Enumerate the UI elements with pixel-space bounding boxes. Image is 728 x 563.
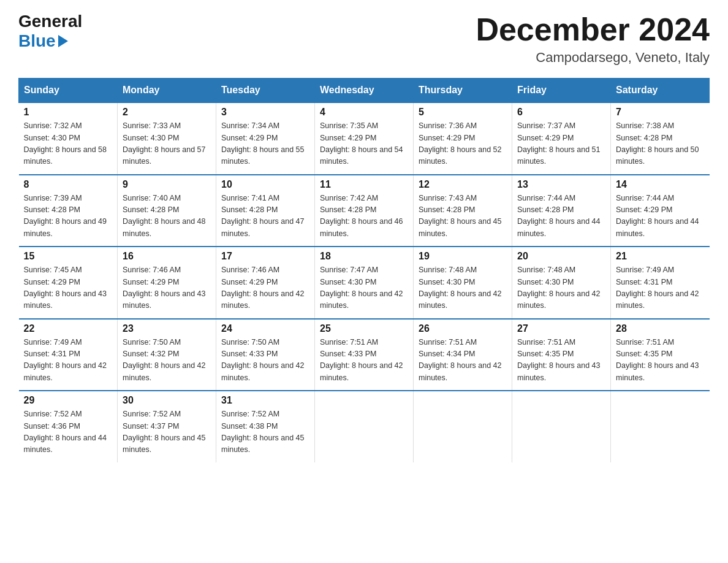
calendar-body: 1Sunrise: 7:32 AMSunset: 4:30 PMDaylight… [19,102,710,462]
day-info: Sunrise: 7:37 AMSunset: 4:29 PMDaylight:… [517,121,601,166]
day-info: Sunrise: 7:36 AMSunset: 4:29 PMDaylight:… [419,121,502,166]
calendar-cell: 2Sunrise: 7:33 AMSunset: 4:30 PMDaylight… [118,102,216,175]
day-number: 14 [616,179,705,190]
day-info: Sunrise: 7:44 AMSunset: 4:28 PMDaylight:… [517,194,601,238]
day-info: Sunrise: 7:50 AMSunset: 4:32 PMDaylight:… [123,338,206,382]
calendar-cell: 11Sunrise: 7:42 AMSunset: 4:28 PMDayligh… [315,175,414,247]
column-header-saturday: Saturday [611,79,710,103]
week-row-4: 22Sunrise: 7:49 AMSunset: 4:31 PMDayligh… [19,319,710,391]
calendar-cell: 1Sunrise: 7:32 AMSunset: 4:30 PMDaylight… [19,102,118,175]
calendar-cell: 24Sunrise: 7:50 AMSunset: 4:33 PMDayligh… [216,319,315,391]
day-info: Sunrise: 7:40 AMSunset: 4:28 PMDaylight:… [123,194,206,238]
day-info: Sunrise: 7:41 AMSunset: 4:28 PMDaylight:… [221,194,305,238]
day-number: 7 [616,107,705,118]
day-info: Sunrise: 7:46 AMSunset: 4:29 PMDaylight:… [221,266,305,310]
day-info: Sunrise: 7:49 AMSunset: 4:31 PMDaylight:… [616,266,699,310]
calendar-header: SundayMondayTuesdayWednesdayThursdayFrid… [19,79,710,103]
calendar-cell: 20Sunrise: 7:48 AMSunset: 4:30 PMDayligh… [512,247,611,319]
logo-blue-text: Blue [18,31,69,51]
day-number: 31 [221,395,309,406]
day-info: Sunrise: 7:35 AMSunset: 4:29 PMDaylight:… [320,121,403,166]
day-number: 29 [24,395,113,406]
day-number: 24 [221,323,309,334]
day-number: 15 [24,251,113,262]
logo: General Blue [18,12,82,51]
day-number: 21 [616,251,705,262]
calendar-cell: 28Sunrise: 7:51 AMSunset: 4:35 PMDayligh… [611,319,710,391]
calendar-cell: 25Sunrise: 7:51 AMSunset: 4:33 PMDayligh… [315,319,414,391]
day-info: Sunrise: 7:46 AMSunset: 4:29 PMDaylight:… [123,266,206,310]
day-number: 16 [123,251,211,262]
calendar-cell: 5Sunrise: 7:36 AMSunset: 4:29 PMDaylight… [414,102,512,175]
header-row: SundayMondayTuesdayWednesdayThursdayFrid… [19,79,710,103]
calendar-cell: 6Sunrise: 7:37 AMSunset: 4:29 PMDaylight… [512,102,611,175]
week-row-1: 1Sunrise: 7:32 AMSunset: 4:30 PMDaylight… [19,102,710,175]
calendar-cell [315,391,414,462]
day-info: Sunrise: 7:42 AMSunset: 4:28 PMDaylight:… [320,194,403,238]
day-info: Sunrise: 7:51 AMSunset: 4:33 PMDaylight:… [320,338,403,382]
calendar-cell: 12Sunrise: 7:43 AMSunset: 4:28 PMDayligh… [414,175,512,247]
calendar-table: SundayMondayTuesdayWednesdayThursdayFrid… [18,78,710,462]
logo-general-text: General [18,12,82,31]
calendar-cell: 21Sunrise: 7:49 AMSunset: 4:31 PMDayligh… [611,247,710,319]
day-number: 9 [123,179,211,190]
week-row-3: 15Sunrise: 7:45 AMSunset: 4:29 PMDayligh… [19,247,710,319]
calendar-cell [512,391,611,462]
day-number: 2 [123,107,211,118]
location-text: Campodarsego, Veneto, Italy [476,50,710,66]
calendar-cell: 22Sunrise: 7:49 AMSunset: 4:31 PMDayligh… [19,319,118,391]
day-info: Sunrise: 7:47 AMSunset: 4:30 PMDaylight:… [320,266,403,310]
day-info: Sunrise: 7:34 AMSunset: 4:29 PMDaylight:… [221,121,305,166]
day-info: Sunrise: 7:49 AMSunset: 4:31 PMDaylight:… [24,338,107,382]
calendar-cell: 27Sunrise: 7:51 AMSunset: 4:35 PMDayligh… [512,319,611,391]
calendar-cell: 3Sunrise: 7:34 AMSunset: 4:29 PMDaylight… [216,102,315,175]
column-header-friday: Friday [512,79,611,103]
calendar-cell: 17Sunrise: 7:46 AMSunset: 4:29 PMDayligh… [216,247,315,319]
logo-triangle-icon [58,35,68,47]
calendar-cell: 9Sunrise: 7:40 AMSunset: 4:28 PMDaylight… [118,175,216,247]
day-number: 25 [320,323,408,334]
day-number: 22 [24,323,113,334]
day-info: Sunrise: 7:44 AMSunset: 4:29 PMDaylight:… [616,194,699,238]
calendar-cell: 23Sunrise: 7:50 AMSunset: 4:32 PMDayligh… [118,319,216,391]
day-number: 1 [24,107,113,118]
day-info: Sunrise: 7:51 AMSunset: 4:35 PMDaylight:… [517,338,601,382]
day-number: 3 [221,107,309,118]
day-info: Sunrise: 7:39 AMSunset: 4:28 PMDaylight:… [24,194,107,238]
day-info: Sunrise: 7:43 AMSunset: 4:28 PMDaylight:… [419,194,502,238]
day-info: Sunrise: 7:51 AMSunset: 4:35 PMDaylight:… [616,338,699,382]
day-info: Sunrise: 7:48 AMSunset: 4:30 PMDaylight:… [517,266,601,310]
day-info: Sunrise: 7:32 AMSunset: 4:30 PMDaylight:… [24,121,107,166]
day-number: 10 [221,179,309,190]
day-number: 20 [517,251,605,262]
calendar-cell: 13Sunrise: 7:44 AMSunset: 4:28 PMDayligh… [512,175,611,247]
column-header-monday: Monday [118,79,216,103]
column-header-wednesday: Wednesday [315,79,414,103]
column-header-tuesday: Tuesday [216,79,315,103]
week-row-5: 29Sunrise: 7:52 AMSunset: 4:36 PMDayligh… [19,391,710,462]
column-header-sunday: Sunday [19,79,118,103]
calendar-cell [611,391,710,462]
day-info: Sunrise: 7:52 AMSunset: 4:38 PMDaylight:… [221,410,305,454]
day-info: Sunrise: 7:52 AMSunset: 4:36 PMDaylight:… [24,410,107,454]
day-number: 6 [517,107,605,118]
day-number: 11 [320,179,408,190]
calendar-cell: 14Sunrise: 7:44 AMSunset: 4:29 PMDayligh… [611,175,710,247]
calendar-cell: 31Sunrise: 7:52 AMSunset: 4:38 PMDayligh… [216,391,315,462]
day-number: 5 [419,107,507,118]
day-number: 8 [24,179,113,190]
day-number: 30 [123,395,211,406]
day-number: 19 [419,251,507,262]
day-number: 28 [616,323,705,334]
day-number: 26 [419,323,507,334]
day-number: 17 [221,251,309,262]
week-row-2: 8Sunrise: 7:39 AMSunset: 4:28 PMDaylight… [19,175,710,247]
calendar-cell: 7Sunrise: 7:38 AMSunset: 4:28 PMDaylight… [611,102,710,175]
column-header-thursday: Thursday [414,79,512,103]
calendar-cell: 29Sunrise: 7:52 AMSunset: 4:36 PMDayligh… [19,391,118,462]
calendar-cell: 30Sunrise: 7:52 AMSunset: 4:37 PMDayligh… [118,391,216,462]
calendar-cell: 10Sunrise: 7:41 AMSunset: 4:28 PMDayligh… [216,175,315,247]
calendar-cell: 15Sunrise: 7:45 AMSunset: 4:29 PMDayligh… [19,247,118,319]
day-info: Sunrise: 7:50 AMSunset: 4:33 PMDaylight:… [221,338,305,382]
day-info: Sunrise: 7:52 AMSunset: 4:37 PMDaylight:… [123,410,206,454]
